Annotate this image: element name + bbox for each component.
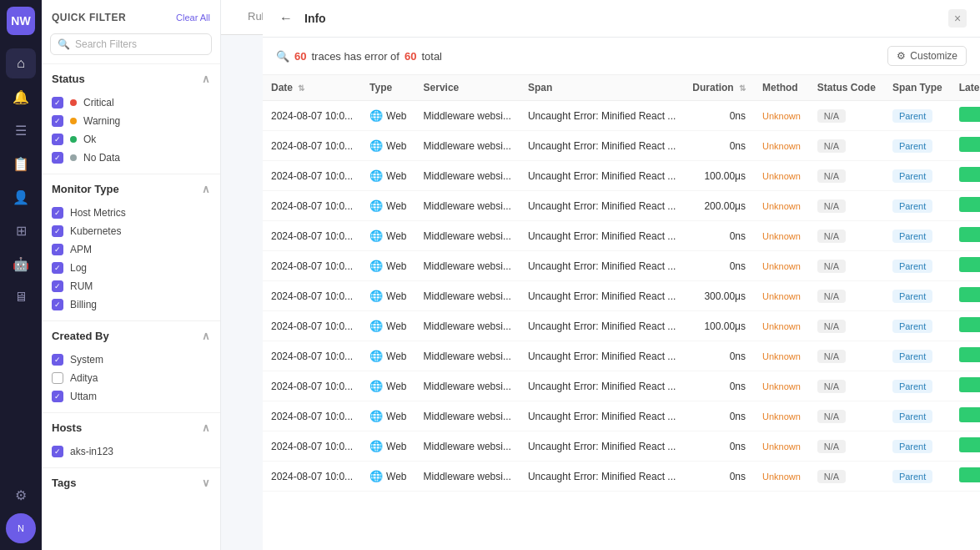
cell-status-code: N/A [809,311,884,341]
filter-item-system[interactable]: System [52,351,210,369]
cell-method: Unknown [754,191,809,221]
traces-bar: 🔍 60 traces has error of 60 total ⚙ Cust… [263,38,980,75]
web-icon: 🌐 [369,290,383,302]
aks-checkbox[interactable] [52,446,63,457]
table-row[interactable]: 2024-08-07 10:0... 🌐Web Middleware websi… [263,431,980,462]
cell-method: Unknown [754,401,809,431]
cell-span: Uncaught Error: Minified React ... [520,221,684,251]
web-icon: 🌐 [369,350,383,362]
sidebar-list[interactable]: ☰ [6,115,36,145]
filter-item-aks[interactable]: aks-in123 [52,442,210,461]
table-row[interactable]: 2024-08-07 10:0... 🌐Web Middleware websi… [263,311,980,341]
cell-status-code: N/A [809,371,884,401]
cell-date: 2024-08-07 10:0... [263,101,361,131]
cell-duration: 0ns [684,431,754,462]
table-row[interactable]: 2024-08-07 10:0... 🌐Web Middleware websi… [263,191,980,221]
system-checkbox[interactable] [52,354,63,366]
cell-method: Unknown [754,431,809,462]
filter-item-log[interactable]: Log [52,259,210,277]
table-row[interactable]: 2024-08-07 10:0... 🌐Web Middleware websi… [263,221,980,251]
cell-type: 🌐Web [361,371,415,401]
sidebar-alerts[interactable]: 🔔 [6,82,36,112]
table-row[interactable]: 2024-08-07 10:0... 🌐Web Middleware websi… [263,371,980,401]
sidebar-bot[interactable]: 🤖 [6,249,36,279]
filter-item-warning[interactable]: Warning [52,112,210,130]
web-icon: 🌐 [369,380,383,392]
info-panel: ← Info × 🔍 60 traces has error of 60 tot… [263,0,980,550]
clear-all-button[interactable]: Clear All [176,13,210,23]
status-section-label: Status [52,73,85,85]
warning-checkbox[interactable] [52,115,63,127]
filter-item-kubernetes[interactable]: Kubernetes [52,222,210,240]
close-button[interactable]: × [948,9,967,28]
filter-section-hosts-header[interactable]: Hosts ∧ [42,413,220,441]
critical-checkbox[interactable] [52,97,63,108]
aditya-label: Aditya [70,372,98,384]
table-row[interactable]: 2024-08-07 10:0... 🌐Web Middleware websi… [263,401,980,431]
search-filters-box[interactable]: 🔍 Search Filters [50,33,212,55]
host-metrics-checkbox[interactable] [52,207,63,219]
nodata-label: No Data [83,152,120,164]
table-row[interactable]: 2024-08-07 10:0... 🌐Web Middleware websi… [263,341,980,371]
filter-section-monitor-header[interactable]: Monitor Type ∧ [42,174,220,202]
filter-item-host-metrics[interactable]: Host Metrics [52,204,210,222]
filter-item-nodata[interactable]: No Data [52,149,210,167]
sidebar-profile[interactable]: N [6,513,36,543]
sidebar-users[interactable]: 👤 [6,182,36,212]
sidebar-grid[interactable]: ⊞ [6,215,36,245]
cell-date: 2024-08-07 10:0... [263,281,361,311]
log-label: Log [70,262,87,274]
ok-checkbox[interactable] [52,134,63,145]
customize-button[interactable]: ⚙ Customize [887,46,967,66]
cell-span-type: Parent [884,431,951,462]
sidebar-servers[interactable]: 🖥 [6,282,36,312]
log-checkbox[interactable] [52,262,63,274]
cell-type: 🌐Web [361,311,415,341]
filter-item-critical[interactable]: Critical [52,93,210,112]
hosts-section-label: Hosts [52,421,82,434]
uttam-checkbox[interactable] [52,391,63,402]
col-date: Date ⇅ [263,75,361,101]
table-row[interactable]: 2024-08-07 10:0... 🌐Web Middleware websi… [263,131,980,161]
traces-table: Date ⇅ Type Service Span Duration ⇅ Meth… [263,75,980,492]
nodata-checkbox[interactable] [52,152,63,164]
table-row[interactable]: 2024-08-07 10:0... 🌐Web Middleware websi… [263,161,980,191]
table-container[interactable]: Date ⇅ Type Service Span Duration ⇅ Meth… [263,75,980,550]
sidebar-reports[interactable]: 📋 [6,149,36,179]
cell-duration: 200.00μs [684,191,754,221]
aditya-checkbox[interactable] [52,372,63,384]
apm-checkbox[interactable] [52,244,63,255]
cell-method: Unknown [754,131,809,161]
kubernetes-checkbox[interactable] [52,225,63,237]
web-icon: 🌐 [369,320,383,332]
filter-section-created-by-header[interactable]: Created By ∧ [42,321,220,349]
table-row[interactable]: 2024-08-07 10:0... 🌐Web Middleware websi… [263,462,980,492]
cell-type: 🌐Web [361,101,415,131]
filter-item-apm[interactable]: APM [52,240,210,259]
table-row[interactable]: 2024-08-07 10:0... 🌐Web Middleware websi… [263,251,980,281]
filter-section-status-header[interactable]: Status ∧ [42,64,220,92]
filter-section-tags-header[interactable]: Tags ∨ [42,468,220,496]
cell-latency [951,401,980,431]
sidebar-settings[interactable]: ⚙ [6,480,36,510]
filter-item-rum[interactable]: RUM [52,277,210,295]
back-button[interactable]: ← [276,8,296,28]
cell-service: Middleware websi... [415,431,520,462]
cell-span: Uncaught Error: Minified React ... [520,161,684,191]
billing-checkbox[interactable] [52,299,63,310]
cell-status-code: N/A [809,251,884,281]
filter-item-uttam[interactable]: Uttam [52,387,210,406]
table-row[interactable]: 2024-08-07 10:0... 🌐Web Middleware websi… [263,281,980,311]
app-logo[interactable]: NW [7,7,35,35]
filter-item-ok[interactable]: Ok [52,130,210,149]
filter-item-aditya[interactable]: Aditya [52,369,210,387]
cell-service: Middleware websi... [415,462,520,492]
cell-span: Uncaught Error: Minified React ... [520,131,684,161]
cell-span: Uncaught Error: Minified React ... [520,401,684,431]
table-row[interactable]: 2024-08-07 10:0... 🌐Web Middleware websi… [263,101,980,131]
rum-checkbox[interactable] [52,280,63,292]
cell-service: Middleware websi... [415,281,520,311]
created-by-chevron-icon: ∧ [202,330,210,342]
filter-item-billing[interactable]: Billing [52,295,210,314]
sidebar-home[interactable]: ⌂ [6,48,36,78]
